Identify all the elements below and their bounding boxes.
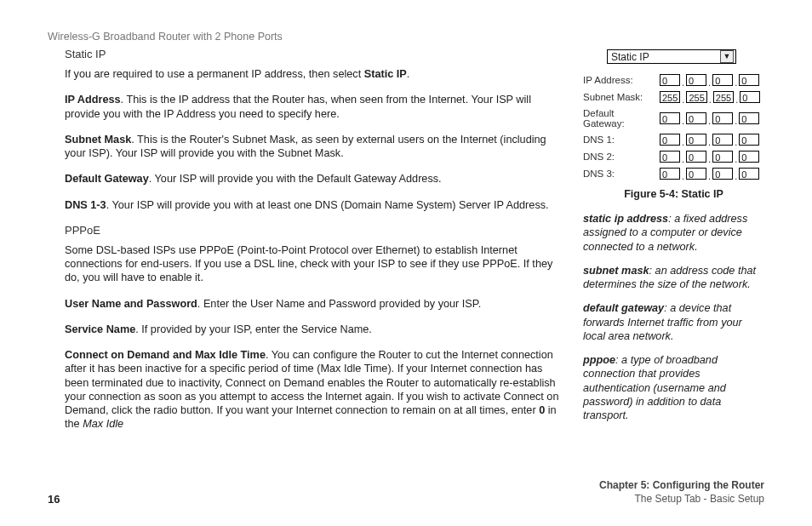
para-ip-address: IP Address. This is the IP address that …	[65, 93, 563, 121]
chevron-down-icon: ▼	[720, 50, 734, 63]
connection-type-dropdown[interactable]: Static IP ▼	[607, 49, 736, 64]
term-default-gateway: Default Gateway	[65, 173, 149, 185]
dot-separator: .	[735, 116, 737, 126]
octet-input[interactable]: 0	[712, 74, 733, 86]
octet-input[interactable]: 0	[660, 74, 680, 86]
chapter-footer: Chapter 5: Configuring the Router The Se…	[599, 478, 764, 506]
text: . If provided by your ISP, enter the Ser…	[135, 323, 372, 335]
dot-separator: .	[708, 116, 711, 126]
dot-separator: .	[735, 137, 737, 147]
dot-separator: .	[708, 137, 711, 147]
figure-row: Default Gateway:0.0.0.0	[583, 108, 764, 129]
glossary-term: subnet mask	[583, 265, 649, 277]
term-dns: DNS 1-3	[65, 199, 106, 211]
octet-input[interactable]: 0	[712, 112, 733, 124]
page: Wireless-G Broadband Router with 2 Phone…	[0, 0, 812, 526]
running-head: Wireless-G Broadband Router with 2 Phone…	[48, 31, 283, 43]
octet-input[interactable]: 0	[712, 151, 733, 163]
dot-separator: .	[708, 77, 711, 88]
term-user-pass: User Name and Password	[65, 298, 197, 310]
octet-input[interactable]: 0	[739, 134, 759, 146]
content-row: Static IP If you are required to use a p…	[65, 44, 764, 475]
glossary-term: default gateway	[583, 302, 664, 314]
text: . Your ISP will provide you with at leas…	[106, 199, 549, 211]
octet-input[interactable]: 0	[660, 151, 680, 163]
chapter-subtitle: The Setup Tab - Basic Setup	[599, 492, 764, 506]
text: .	[407, 68, 410, 80]
para-default-gateway: Default Gateway. Your ISP will provide y…	[65, 172, 563, 186]
figure-row-label: DNS 1:	[583, 134, 658, 145]
figure-row-label: IP Address:	[583, 75, 658, 85]
octet-input[interactable]: 0	[739, 168, 759, 180]
term-static-ip: Static IP	[364, 68, 407, 80]
figure-row-label: DNS 2:	[583, 152, 658, 162]
term-connect-on-demand: Connect on Demand and Max Idle Time	[65, 349, 266, 361]
para-subnet-mask: Subnet Mask. This is the Router's Subnet…	[65, 133, 563, 161]
text: . This is the IP address that the Router…	[65, 94, 531, 119]
glossary-static-ip: static ip address: a fixed address assig…	[583, 212, 764, 254]
glossary-default-gateway: default gateway: a device that forwards …	[583, 301, 764, 343]
octet-input[interactable]: 0	[660, 168, 680, 180]
figure-row: DNS 2:0.0.0.0	[583, 151, 764, 163]
figure-row-label: Subnet Mask:	[583, 92, 658, 102]
octet-input[interactable]: 0	[686, 134, 706, 146]
page-footer: 16 Chapter 5: Configuring the Router The…	[48, 478, 764, 506]
main-column: Static IP If you are required to use a p…	[65, 44, 583, 475]
dot-separator: .	[735, 171, 737, 181]
octet-input[interactable]: 0	[686, 112, 706, 124]
dot-separator: .	[735, 77, 737, 88]
figure-row: DNS 3:0.0.0.0	[583, 168, 764, 180]
figure-caption: Figure 5-4: Static IP	[583, 188, 764, 200]
dot-separator: .	[708, 171, 711, 181]
octet-input[interactable]: 0	[712, 134, 733, 146]
dropdown-value: Static IP	[611, 51, 649, 63]
heading-pppoe: PPPoE	[65, 224, 563, 237]
side-column: Static IP ▼ IP Address:0.0.0.0Subnet Mas…	[583, 44, 764, 475]
dot-separator: .	[682, 116, 684, 126]
octet-group: 0.0.0.0	[658, 74, 761, 86]
para-service-name: Service Name. If provided by your ISP, e…	[65, 323, 563, 336]
figure-row-label: DNS 3:	[583, 169, 658, 179]
octet-input[interactable]: 0	[712, 168, 733, 180]
figure-static-ip-panel: Static IP ▼ IP Address:0.0.0.0Subnet Mas…	[583, 44, 764, 200]
term-subnet-mask: Subnet Mask	[65, 134, 131, 146]
chapter-title: Chapter 5: Configuring the Router	[599, 478, 764, 492]
figure-row: DNS 1:0.0.0.0	[583, 134, 764, 146]
para-user-pass: User Name and Password. Enter the User N…	[65, 297, 563, 311]
term-ip-address: IP Address	[65, 94, 121, 106]
figure-rows: IP Address:0.0.0.0Subnet Mask:255.255.25…	[583, 74, 764, 180]
octet-input[interactable]: 255	[660, 91, 680, 103]
octet-input[interactable]: 0	[739, 151, 759, 163]
octet-group: 0.0.0.0	[658, 112, 761, 124]
octet-input[interactable]: 255	[713, 91, 734, 103]
octet-group: 0.0.0.0	[658, 168, 761, 180]
octet-input[interactable]: 0	[739, 112, 759, 124]
dot-separator: .	[682, 77, 684, 88]
octet-input[interactable]: 0	[686, 151, 706, 163]
octet-input[interactable]: 0	[740, 91, 760, 103]
para-dns: DNS 1-3. Your ISP will provide you with …	[65, 198, 563, 212]
page-number: 16	[48, 493, 60, 506]
glossary-pppoe: pppoe: a type of broadband connection th…	[583, 353, 764, 422]
octet-input[interactable]: 0	[686, 74, 706, 86]
figure-row: Subnet Mask:255.255.255.0	[583, 91, 764, 103]
para-connect-on-demand: Connect on Demand and Max Idle Time. You…	[65, 348, 563, 432]
octet-input[interactable]: 255	[686, 91, 706, 103]
glossary-term: static ip address	[583, 213, 668, 225]
dot-separator: .	[682, 137, 684, 147]
octet-input[interactable]: 0	[686, 168, 706, 180]
term-service-name: Service Name	[65, 323, 135, 335]
heading-static-ip: Static IP	[65, 48, 563, 60]
octet-group: 0.0.0.0	[658, 134, 761, 146]
octet-input[interactable]: 0	[739, 74, 759, 86]
glossary-term: pppoe	[583, 354, 615, 366]
dot-separator: .	[709, 94, 712, 105]
octet-input[interactable]: 0	[660, 134, 680, 146]
dot-separator: .	[735, 154, 737, 164]
para-pppoe-intro: Some DSL-based ISPs use PPPoE (Point-to-…	[65, 243, 563, 285]
text: If you are required to use a permanent I…	[65, 68, 364, 80]
text: . Your ISP will provide you with the Def…	[149, 173, 442, 185]
figure-row: IP Address:0.0.0.0	[583, 74, 764, 86]
octet-input[interactable]: 0	[660, 112, 680, 124]
octet-group: 0.0.0.0	[658, 151, 761, 163]
